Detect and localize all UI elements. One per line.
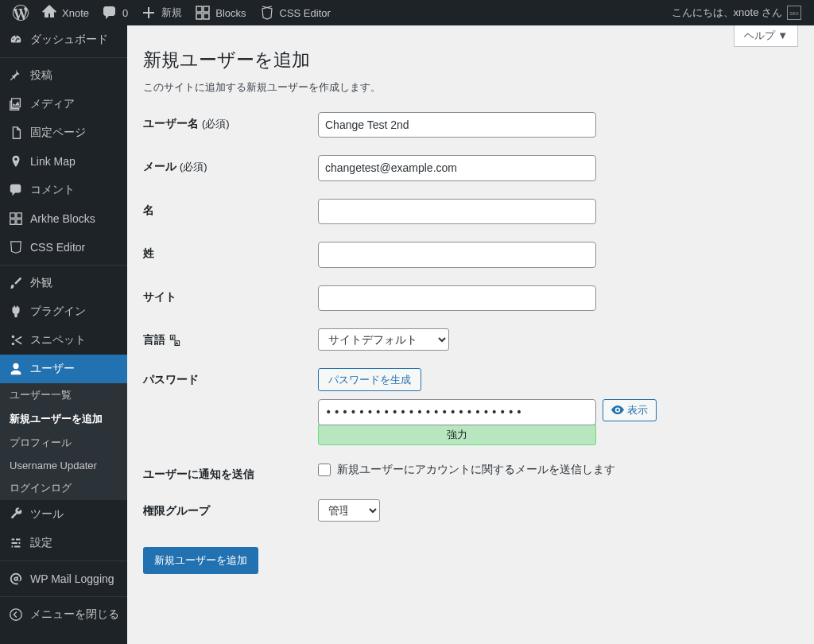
at-icon — [8, 571, 24, 587]
wordpress-icon — [13, 5, 29, 21]
menu-pages[interactable]: 固定ページ — [0, 118, 127, 147]
comments-link[interactable]: 0 — [95, 0, 134, 25]
submenu-username-updater[interactable]: Username Updater — [0, 455, 127, 476]
password-strength: 強力 — [318, 425, 596, 445]
website-label: サイト — [143, 285, 318, 305]
menu-comments[interactable]: コメント — [0, 176, 127, 204]
plugin-icon — [8, 304, 24, 320]
new-content[interactable]: 新規 — [134, 0, 188, 25]
show-password-button[interactable]: 表示 — [603, 399, 657, 421]
main-content: ヘルプ ▼ 新規ユーザーを追加 このサイトに追加する新規ユーザーを作成します。 … — [127, 25, 814, 644]
lastname-input[interactable] — [318, 242, 596, 267]
lastname-label: 姓 — [143, 242, 318, 261]
comment-icon — [8, 182, 24, 198]
page-icon — [8, 125, 24, 141]
translate-icon — [169, 334, 183, 347]
notify-checkbox-label[interactable]: 新規ユーザーにアカウントに関するメールを送信します — [337, 463, 615, 477]
site-name-text: Xnote — [62, 7, 89, 19]
notify-checkbox[interactable] — [318, 464, 331, 476]
username-label: ユーザー名 (必須) — [143, 112, 318, 131]
menu-wpmaillog[interactable]: WP Mail Logging — [0, 564, 127, 593]
css-icon — [8, 239, 24, 255]
email-label: メール (必須) — [143, 155, 318, 174]
new-label: 新規 — [161, 6, 182, 20]
menu-posts[interactable]: 投稿 — [0, 61, 127, 90]
language-label: 言語 — [143, 328, 318, 347]
menu-dashboard[interactable]: ダッシュボード — [0, 25, 127, 54]
menu-users[interactable]: ユーザー — [0, 355, 127, 383]
menu-settings[interactable]: 設定 — [0, 529, 127, 557]
blocks-link[interactable]: Blocks — [188, 0, 252, 25]
site-name[interactable]: Xnote — [35, 0, 95, 25]
email-input[interactable] — [318, 155, 596, 180]
submenu-users-addnew[interactable]: 新規ユーザーを追加 — [0, 407, 127, 431]
brush-icon — [8, 275, 24, 291]
menu-plugins[interactable]: プラグイン — [0, 297, 127, 326]
dashboard-icon — [8, 32, 24, 48]
menu-snippets[interactable]: スニペット — [0, 326, 127, 355]
media-icon — [8, 96, 24, 112]
notify-label: ユーザーに通知を送信 — [143, 463, 318, 482]
settings-icon — [8, 535, 24, 551]
blocks-icon — [8, 211, 24, 227]
css-icon — [259, 5, 275, 21]
menu-collapse[interactable]: メニューを閉じる — [0, 600, 127, 629]
menu-linkmap[interactable]: Link Map — [0, 147, 127, 176]
location-icon — [8, 153, 24, 169]
menu-tools[interactable]: ツール — [0, 500, 127, 529]
firstname-label: 名 — [143, 199, 318, 218]
menu-appearance[interactable]: 外観 — [0, 269, 127, 297]
pin-icon — [8, 68, 24, 83]
language-select[interactable]: サイトデフォルト — [318, 328, 449, 351]
role-label: 権限グループ — [143, 499, 318, 518]
account-greeting[interactable]: こんにちは、xnote さん seo — [665, 0, 808, 25]
collapse-icon — [8, 607, 24, 623]
scissors-icon — [8, 332, 24, 348]
wp-logo[interactable] — [6, 0, 35, 25]
password-input[interactable] — [318, 399, 596, 425]
eye-icon — [611, 405, 624, 416]
blocks-icon — [195, 5, 211, 21]
wrench-icon — [8, 506, 24, 522]
admin-sidebar: ダッシュボード 投稿 メディア 固定ページ Link Map コメント Arkh… — [0, 25, 127, 644]
help-tab[interactable]: ヘルプ ▼ — [734, 25, 798, 47]
firstname-input[interactable] — [318, 199, 596, 224]
website-input[interactable] — [318, 285, 596, 311]
role-select[interactable]: 管理者 — [318, 499, 380, 522]
avatar: seo — [787, 6, 801, 20]
users-submenu: ユーザー一覧 新規ユーザーを追加 プロフィール Username Updater… — [0, 383, 127, 500]
generate-password-button[interactable]: パスワードを生成 — [318, 368, 421, 391]
submenu-login-log[interactable]: ログインログ — [0, 476, 127, 500]
blocks-label: Blocks — [215, 7, 246, 19]
menu-arkhe[interactable]: Arkhe Blocks — [0, 204, 127, 233]
csseditor-link[interactable]: CSS Editor — [253, 0, 337, 25]
comment-count: 0 — [122, 7, 128, 19]
greeting-text: こんにちは、xnote さん — [672, 6, 782, 20]
page-title: 新規ユーザーを追加 — [143, 48, 798, 72]
user-icon — [8, 361, 24, 377]
comment-icon — [102, 5, 118, 21]
admin-bar: Xnote 0 新規 Blocks CSS Editor こんにちは、xnote… — [0, 0, 814, 25]
plus-icon — [141, 5, 157, 21]
submit-button[interactable]: 新規ユーザーを追加 — [143, 547, 258, 574]
csseditor-label: CSS Editor — [280, 7, 331, 19]
page-description: このサイトに追加する新規ユーザーを作成します。 — [143, 80, 798, 95]
submenu-users-profile[interactable]: プロフィール — [0, 431, 127, 455]
home-icon — [41, 5, 57, 21]
svg-point-0 — [10, 609, 21, 620]
username-input[interactable] — [318, 112, 596, 138]
password-label: パスワード — [143, 368, 318, 387]
submenu-users-all[interactable]: ユーザー一覧 — [0, 383, 127, 407]
menu-csseditor[interactable]: CSS Editor — [0, 233, 127, 262]
menu-media[interactable]: メディア — [0, 90, 127, 118]
